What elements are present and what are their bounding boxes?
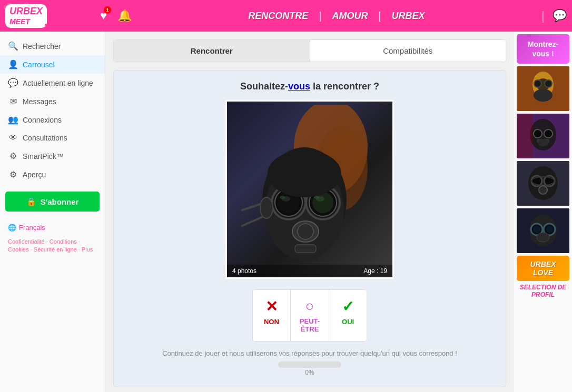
maybe-button[interactable]: ○ PEUT-ÊTRE (291, 290, 329, 341)
header-separator: | (541, 8, 545, 23)
header-right: | 💬 (541, 8, 567, 23)
profile-card: 4 photos Age : 19 (225, 100, 394, 279)
sidebar-item-smartpick[interactable]: ⚙ SmartPick™ (0, 147, 105, 165)
tabs: Rencontrer Compatibilités (113, 39, 506, 62)
securite-link[interactable]: Sécurité en ligne (34, 246, 77, 253)
profile-overlay: 4 photos Age : 19 (227, 265, 392, 277)
oui-button[interactable]: ✓ OUI (329, 290, 367, 341)
question-text: Souhaitez-vous la rencontrer ? (240, 81, 379, 92)
svg-point-45 (546, 226, 553, 233)
header: ✿ ❀ URBEX MEET ♥ ♥ 1 🔔 RENCONTRE | AMOUR… (0, 0, 572, 32)
header-icons: ♥ 1 🔔 (100, 9, 132, 23)
logo-box: URBEX MEET ♥ (5, 4, 47, 28)
smartpick-icon: ⚙ (8, 151, 18, 161)
svg-point-20 (314, 196, 319, 199)
question-vous: vous (288, 81, 310, 92)
nav-divider-1: | (319, 10, 321, 22)
plus-link[interactable]: Plus (82, 246, 93, 253)
messages-icon: ✉ (8, 96, 18, 106)
sidebar-item-carousel[interactable]: 👤 Carrousel (0, 55, 105, 74)
non-icon: ✕ (265, 298, 278, 315)
sidebar-item-messages[interactable]: ✉ Messages (0, 92, 105, 110)
header-nav: RENCONTRE | AMOUR | URBEX (132, 10, 541, 22)
svg-point-39 (539, 186, 547, 194)
nav-urbex[interactable]: URBEX (392, 11, 425, 22)
nav-amour[interactable]: AMOUR (332, 11, 368, 22)
online-icon: 💬 (8, 78, 18, 88)
thumbnail-4[interactable] (517, 208, 569, 253)
svg-point-26 (534, 89, 553, 102)
sidebar-item-apercu[interactable]: ⚙ Aperçu (0, 165, 105, 184)
sidebar-item-online[interactable]: 💬 Actuellement en ligne (0, 74, 105, 92)
globe-icon: 🌐 (8, 224, 16, 232)
svg-point-29 (534, 129, 542, 138)
svg-point-43 (533, 226, 540, 233)
svg-line-15 (241, 216, 265, 226)
bell-notification-btn[interactable]: 🔔 (117, 9, 132, 23)
svg-point-46 (537, 233, 549, 242)
svg-point-32 (538, 139, 548, 146)
montrez-button[interactable]: Montrez-vous ! (517, 34, 569, 64)
svg-rect-33 (517, 114, 532, 158)
connexions-icon: 👥 (8, 115, 18, 125)
nav-rencontre[interactable]: RENCONTRE (248, 11, 308, 22)
sidebar-item-consultations[interactable]: 👁 Consultations (0, 129, 105, 147)
logo-heart-icon: ♥ (45, 21, 50, 31)
tab-compatibilites[interactable]: Compatibilités (310, 40, 506, 62)
photos-count: 4 photos (232, 267, 257, 275)
heart-notification-btn[interactable]: ♥ 1 (100, 9, 107, 23)
profile-image (227, 102, 392, 277)
svg-point-19 (280, 196, 285, 199)
oui-icon: ✓ (342, 298, 354, 315)
sidebar: 🔍 Rechercher 👤 Carrousel 💬 Actuellement … (0, 32, 105, 392)
hint-text: Continuez de jouer et nous utiliserons v… (162, 349, 457, 357)
conditions-link[interactable]: Conditions (50, 238, 77, 245)
svg-point-18 (260, 197, 273, 218)
svg-rect-16 (295, 245, 316, 253)
language-selector[interactable]: 🌐 Français (0, 219, 105, 236)
cookies-link[interactable]: Cookies (8, 246, 29, 253)
main-layout: 🔍 Rechercher 👤 Carrousel 💬 Actuellement … (0, 32, 572, 392)
carousel-area: Souhaitez-vous la rencontrer ? (113, 70, 506, 387)
heart-badge: 1 (104, 6, 111, 14)
non-label: NON (264, 318, 279, 326)
maybe-label: PEUT-ÊTRE (299, 317, 321, 333)
urbex-love-button[interactable]: URBEX LOVE (517, 256, 569, 281)
apercu-icon: ⚙ (8, 169, 18, 179)
confidentialite-link[interactable]: Confidentialité (8, 238, 45, 245)
oui-label: OUI (342, 318, 354, 326)
progress-label: 0% (305, 369, 314, 376)
thumbnail-3[interactable] (517, 161, 569, 206)
age-label: Age : 19 (363, 267, 387, 275)
tab-rencontrer[interactable]: Rencontrer (114, 40, 310, 62)
logo-area: ✿ ❀ URBEX MEET ♥ (5, 4, 95, 28)
svg-point-25 (545, 80, 552, 87)
svg-point-13 (298, 224, 313, 239)
svg-point-30 (544, 129, 553, 138)
maybe-icon: ○ (305, 298, 314, 315)
search-icon: 🔍 (8, 41, 18, 51)
consultations-icon: 👁 (8, 133, 18, 143)
logo-meet: MEET (9, 17, 43, 26)
thumbnail-1[interactable] (517, 66, 569, 111)
svg-point-24 (534, 80, 541, 87)
right-panel: Montrez-vous ! (514, 32, 572, 392)
content-area: Rencontrer Compatibilités Souhaitez-vous… (105, 32, 514, 392)
search-btn[interactable]: 🔍 Rechercher (0, 37, 105, 55)
selection-profil-button[interactable]: SELECTION DE PROFIL (517, 284, 569, 298)
action-buttons: ✕ NON ○ PEUT-ÊTRE ✓ OUI (252, 289, 368, 341)
sidebar-item-connexions[interactable]: 👥 Connexions (0, 110, 105, 129)
progress-bar (278, 361, 341, 368)
svg-point-17 (268, 150, 341, 197)
nav-divider-2: | (378, 10, 381, 22)
thumbnail-2[interactable] (517, 114, 569, 158)
non-button[interactable]: ✕ NON (253, 290, 291, 341)
chat-icon[interactable]: 💬 (553, 9, 567, 23)
subscribe-button[interactable]: 🔒 S'abonner (5, 192, 100, 212)
footer-links: Confidentialité · Conditions · Cookies ·… (0, 236, 105, 255)
lock-icon: 🔒 (26, 197, 36, 206)
carousel-icon: 👤 (8, 59, 18, 69)
logo-urbex: URBEX (9, 6, 43, 17)
